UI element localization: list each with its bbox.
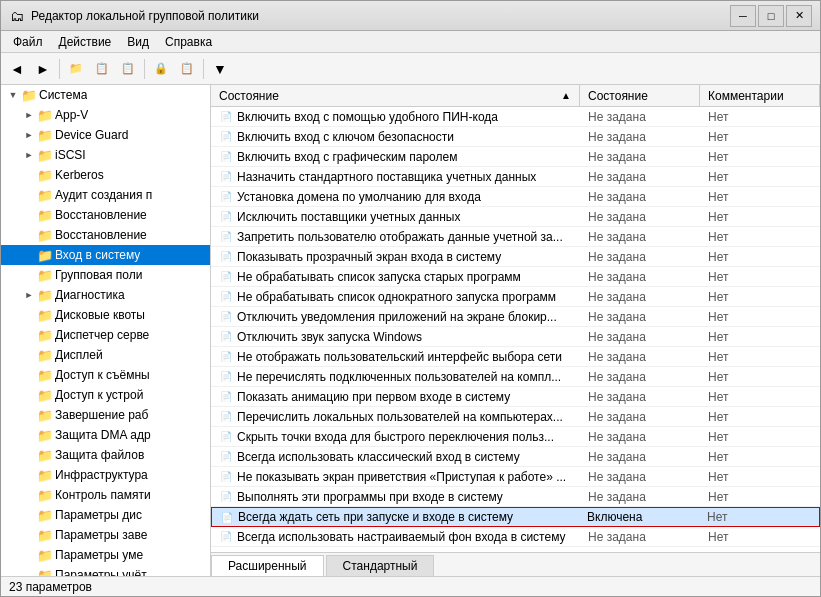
row-name: Включить вход с ключом безопасности [237,130,454,144]
table-row[interactable]: 📄 Всегда использовать настраиваемый фон … [211,527,820,547]
table-row[interactable]: 📄 Исключить поставщики учетных данных Не… [211,207,820,227]
table-row[interactable]: 📄 Скрыть точки входа для быстрого перекл… [211,427,820,447]
tree-item-diskquota[interactable]: ► 📁 Дисковые квоты [1,305,210,325]
tree-item-restore2[interactable]: ► 📁 Восстановление [1,225,210,245]
toolbar-btn-1[interactable]: 📁 [64,57,88,81]
row-name: Показывать прозрачный экран входа в сист… [237,250,501,264]
tree-item-fileprotect[interactable]: ► 📁 Защита файлов [1,445,210,465]
tree-item-infra[interactable]: ► 📁 Инфраструктура [1,465,210,485]
tree-item-iscsi[interactable]: ► 📁 iSCSI [1,145,210,165]
table-row[interactable]: 📄 Показать анимацию при первом входе в с… [211,387,820,407]
tree-item-audit[interactable]: ► 📁 Аудит создания п [1,185,210,205]
toolbar-btn-4[interactable]: 🔒 [149,57,173,81]
table-row[interactable]: 📄 Назначить стандартного поставщика учет… [211,167,820,187]
table-row[interactable]: 📄 Всегда ждать сеть при запуске и входе … [211,507,820,527]
table-row[interactable]: 📄 Не обрабатывать список однократного за… [211,287,820,307]
table-row[interactable]: 📄 Включить вход с графическим паролем Не… [211,147,820,167]
tree-item-accounts[interactable]: ► 📁 Параметры учёт [1,565,210,576]
table-row[interactable]: 📄 Показывать прозрачный экран входа в си… [211,247,820,267]
menu-file[interactable]: Файл [5,33,51,51]
row-name: Установка домена по умолчанию для входа [237,190,481,204]
toolbar-separator-3 [203,59,204,79]
menu-action[interactable]: Действие [51,33,120,51]
tab-standard[interactable]: Стандартный [326,555,435,576]
toolbar-btn-5[interactable]: 📋 [175,57,199,81]
folder-icon: 📁 [37,567,53,576]
back-button[interactable]: ◄ [5,57,29,81]
row-comment: Нет [700,487,820,506]
folder-icon: 📁 [37,287,53,303]
bottom-tabs: Расширенный Стандартный [211,552,820,576]
menu-help[interactable]: Справка [157,33,220,51]
tree-item-shutdown[interactable]: ► 📁 Завершение раб [1,405,210,425]
tab-extended[interactable]: Расширенный [211,555,324,576]
row-status: Не задана [580,287,700,306]
policy-icon: 📄 [219,150,233,164]
tree-item-appv[interactable]: ► 📁 App-V [1,105,210,125]
row-status: Не задана [580,187,700,206]
expand-icon[interactable]: ► [21,287,37,303]
tree-item-memory[interactable]: ► 📁 Контроль памяти [1,485,210,505]
folder-icon: 📁 [37,247,53,263]
close-button[interactable]: ✕ [786,5,812,27]
expand-icon[interactable]: ► [21,127,37,143]
tree-item-dma[interactable]: ► 📁 Защита DMA адр [1,425,210,445]
tree-item-grouppolicy[interactable]: ► 📁 Групповая поли [1,265,210,285]
tree-item-display[interactable]: ► 📁 Дисплей [1,345,210,365]
row-status: Не задана [580,107,700,126]
table-row[interactable]: 📄 Не обрабатывать список запуска старых … [211,267,820,287]
table-row[interactable]: 📄 Перечислить локальных пользователей на… [211,407,820,427]
table-body: 📄 Включить вход с помощью удобного ПИН-к… [211,107,820,552]
table-row[interactable]: 📄 Включить вход с помощью удобного ПИН-к… [211,107,820,127]
row-comment: Нет [700,187,820,206]
table-row[interactable]: 📄 Отключить уведомления приложений на эк… [211,307,820,327]
menu-view[interactable]: Вид [119,33,157,51]
policy-icon: 📄 [219,170,233,184]
tree-item-diskparams[interactable]: ► 📁 Параметры дис [1,505,210,525]
expand-icon[interactable]: ► [21,147,37,163]
folder-icon: 📁 [37,327,53,343]
tree-item-login[interactable]: ► 📁 Вход в систему [1,245,210,265]
tree-item-deviceaccess[interactable]: ► 📁 Доступ к устрой [1,385,210,405]
tree-item-diagnostics[interactable]: ► 📁 Диагностика [1,285,210,305]
table-row[interactable]: 📄 Выполнять эти программы при входе в си… [211,487,820,507]
table-row[interactable]: 📄 Включить вход с ключом безопасности Не… [211,127,820,147]
table-row[interactable]: 📄 Отключить звук запуска Windows Не зада… [211,327,820,347]
row-comment: Нет [700,127,820,146]
th-name[interactable]: Состояние ▲ [211,85,580,106]
tree-item-kerberos[interactable]: ► 📁 Kerberos [1,165,210,185]
row-comment: Нет [700,347,820,366]
table-row[interactable]: 📄 Всегда использовать классический вход … [211,447,820,467]
filter-button[interactable]: ▼ [208,57,232,81]
expand-icon[interactable]: ▼ [5,87,21,103]
toolbar-btn-3[interactable]: 📋 [116,57,140,81]
tree-item-params2[interactable]: ► 📁 Параметры заве [1,525,210,545]
table-row[interactable]: 📄 Запретить пользователю отображать данн… [211,227,820,247]
row-name: Всегда использовать классический вход в … [237,450,520,464]
folder-icon: 📁 [37,527,53,543]
tree-item-servermanager[interactable]: ► 📁 Диспетчер серве [1,325,210,345]
th-status[interactable]: Состояние [580,85,700,106]
table-row[interactable]: 📄 Установка домена по умолчанию для вход… [211,187,820,207]
tree-item-restore1[interactable]: ► 📁 Восстановление [1,205,210,225]
minimize-button[interactable]: ─ [730,5,756,27]
tree-item-sistema[interactable]: ▼ 📁 Система [1,85,210,105]
tree-item-params3[interactable]: ► 📁 Параметры уме [1,545,210,565]
toolbar-btn-2[interactable]: 📋 [90,57,114,81]
table-row[interactable]: 📄 Не перечислять подключенных пользовате… [211,367,820,387]
row-status: Не задана [580,427,700,446]
row-comment: Нет [700,367,820,386]
folder-icon: 📁 [37,227,53,243]
th-comment[interactable]: Комментарии [700,85,820,106]
folder-icon: 📁 [37,167,53,183]
expand-icon[interactable]: ► [21,107,37,123]
maximize-button[interactable]: □ [758,5,784,27]
row-status: Не задана [580,327,700,346]
tree-item-deviceguard[interactable]: ► 📁 Device Guard [1,125,210,145]
tree-item-removable[interactable]: ► 📁 Доступ к съёмны [1,365,210,385]
forward-button[interactable]: ► [31,57,55,81]
table-row[interactable]: 📄 Не отображать пользовательский интерфе… [211,347,820,367]
tree-panel: ▼ 📁 Система ► 📁 App-V ► 📁 Device Guard ►… [1,85,211,576]
table-row[interactable]: 📄 Не показывать экран приветствия «Прист… [211,467,820,487]
row-comment: Нет [700,107,820,126]
